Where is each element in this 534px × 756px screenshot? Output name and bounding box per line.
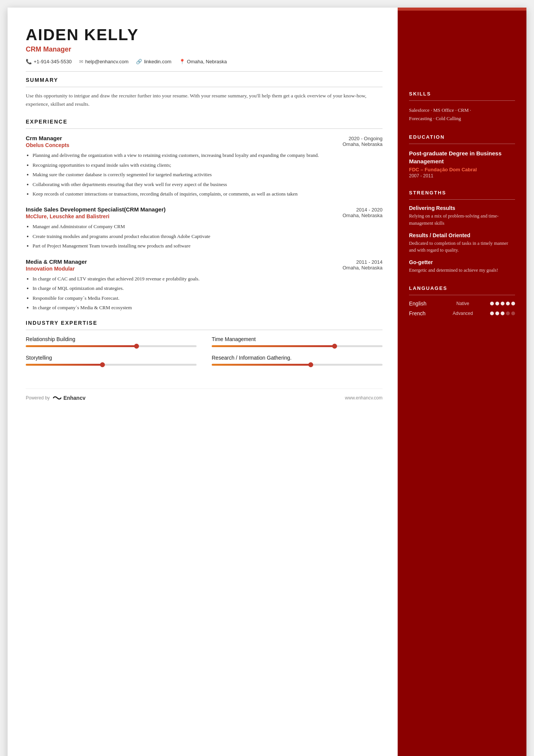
summary-text: Use this opportunity to intrigue and dra…: [26, 92, 383, 108]
lang-name-1: English: [409, 301, 436, 307]
bullet: Planning and delivering the organization…: [33, 151, 383, 159]
footer-logo-area: Powered by Enhancv: [26, 395, 86, 401]
strengths-section: STRENGTHS Delivering Results Relying on …: [409, 190, 515, 274]
job-title-2: Inside Sales Development Specialist(CRM …: [26, 206, 166, 213]
dot: [490, 302, 494, 305]
strengths-section-title: STRENGTHS: [409, 190, 515, 196]
bullet: Making sure the customer database is cor…: [33, 171, 383, 178]
education-section-title: EDUCATION: [409, 134, 515, 140]
linkedin-item: 🔗 linkedin.com: [136, 59, 171, 64]
industry-title: INDUSTRY EXPERTISE: [26, 320, 383, 326]
skill-track-3: [26, 364, 197, 366]
languages-divider: [409, 295, 515, 295]
job-dates-2: 2014 - 2020: [356, 207, 383, 213]
summary-section: SUMMARY Use this opportunity to intrigue…: [26, 77, 383, 108]
dot: [501, 311, 504, 315]
industry-line: [26, 330, 383, 330]
strength-desc-1: Relying on a mix of problem-solving and …: [409, 213, 515, 227]
languages-section-title: LANGUAGES: [409, 285, 515, 291]
linkedin-text: linkedin.com: [144, 59, 171, 64]
skill-dot-2: [332, 344, 337, 349]
email-item: ✉ help@enhancv.com: [79, 59, 128, 64]
strength-title-2: Results / Detail Oriented: [409, 232, 515, 238]
strength-title-3: Go-getter: [409, 259, 515, 265]
email-text: help@enhancv.com: [85, 59, 128, 64]
dot: [490, 311, 494, 315]
dot: [506, 302, 510, 305]
lang-name-2: French: [409, 310, 436, 316]
job-dates-1: 2020 - Ongoing: [348, 136, 383, 141]
lang-dots-1: [490, 302, 515, 305]
language-row-2: French Advanced: [409, 310, 515, 316]
right-column: SKILLS Salesforce · MS Office · CRM · Fo…: [398, 8, 526, 756]
edu-school: FDC – Fundação Dom Cabral: [409, 167, 515, 172]
skill-label-2: Time Management: [212, 336, 383, 342]
name-section: AIDEN KELLY CRM Manager: [26, 26, 383, 53]
education-section: EDUCATION Post-graduate Degree in Busine…: [409, 134, 515, 178]
job-title-3: Media & CRM Manager: [26, 258, 87, 265]
education-divider: [409, 144, 515, 144]
skills-text-1: Salesforce · MS Office · CRM ·: [409, 106, 515, 114]
lang-level-2: Advanced: [450, 311, 476, 316]
bullet: In charge of CAC and LTV strategies that…: [33, 275, 383, 283]
phone-item: 📞 +1-914-345-5530: [26, 59, 72, 64]
lang-dots-2: [490, 311, 515, 315]
summary-divider: [26, 71, 383, 72]
job-entry-2: Inside Sales Development Specialist(CRM …: [26, 206, 383, 250]
job-company-3: Innovation Modular: [26, 266, 75, 272]
summary-title: SUMMARY: [26, 77, 383, 83]
edu-years: 2007 - 2011: [409, 173, 515, 178]
brand-name: Enhancv: [63, 395, 85, 401]
dot-empty: [511, 311, 515, 315]
dot-empty: [506, 311, 510, 315]
strength-title-1: Delivering Results: [409, 205, 515, 211]
skill-fill-3: [26, 364, 103, 366]
job-dates-3: 2011 - 2014: [356, 259, 383, 265]
location-item: 📍 Omaha, Nebraska: [179, 59, 227, 64]
job-entry-3: Media & CRM Manager 2011 - 2014 Innovati…: [26, 258, 383, 312]
skill-fill-4: [212, 364, 311, 366]
contact-row: 📞 +1-914-345-5530 ✉ help@enhancv.com 🔗 l…: [26, 59, 383, 64]
language-row-1: English Native: [409, 301, 515, 307]
job-entry-1: Crm Manager 2020 - Ongoing Obelus Concep…: [26, 135, 383, 198]
skills-section: SKILLS Salesforce · MS Office · CRM · Fo…: [409, 91, 515, 123]
skills-section-title: SKILLS: [409, 91, 515, 97]
email-icon: ✉: [79, 59, 83, 64]
dot: [495, 311, 499, 315]
bullet: Keep records of customer interactions or…: [33, 190, 383, 198]
skill-label-4: Research / Information Gathering.: [212, 355, 383, 361]
edu-degree: Post-graduate Degree in Business Managem…: [409, 149, 515, 165]
job-location-2: Omaha, Nebraska: [343, 213, 383, 219]
strength-desc-2: Dedicated to completion of tasks in a ti…: [409, 240, 515, 254]
phone-text: +1-914-345-5530: [34, 59, 72, 64]
languages-section: LANGUAGES English Native French Advanced: [409, 285, 515, 316]
summary-line: [26, 87, 383, 87]
skills-text-2: Forecasting · Cold Calling: [409, 114, 515, 123]
footer-website: www.enhancv.com: [345, 395, 383, 401]
strength-desc-3: Energetic and determined to achieve my g…: [409, 267, 515, 274]
skill-dot-4: [308, 362, 313, 367]
dot: [501, 302, 504, 305]
job-location-3: Omaha, Nebraska: [343, 265, 383, 272]
lang-level-1: Native: [450, 301, 476, 306]
job-company-1: Obelus Concepts: [26, 142, 69, 148]
job-bullets-1: Planning and delivering the organization…: [26, 151, 383, 198]
skill-label-3: Storytelling: [26, 355, 197, 361]
skill-item-3: Storytelling: [26, 355, 197, 366]
link-icon: 🔗: [136, 59, 142, 64]
skills-divider: [409, 100, 515, 101]
job-location-1: Omaha, Nebraska: [343, 141, 383, 148]
skill-dot-3: [100, 362, 105, 367]
skill-bars-grid: Relationship Building Time Management: [26, 336, 383, 366]
enhancv-brand: Enhancv: [53, 395, 85, 401]
bullet: Manager and Administrator of Company CRM: [33, 222, 383, 230]
job-title-1: Crm Manager: [26, 135, 62, 141]
skill-item-1: Relationship Building: [26, 336, 197, 347]
job-bullets-2: Manager and Administrator of Company CRM…: [26, 222, 383, 250]
bullet: In charge of company´s Media & CRM ecosy…: [33, 304, 383, 311]
location-icon: 📍: [179, 59, 185, 64]
candidate-name: AIDEN KELLY: [26, 26, 383, 44]
skill-item-2: Time Management: [212, 336, 383, 347]
skill-dot-1: [134, 344, 139, 349]
skill-track-2: [212, 345, 383, 347]
